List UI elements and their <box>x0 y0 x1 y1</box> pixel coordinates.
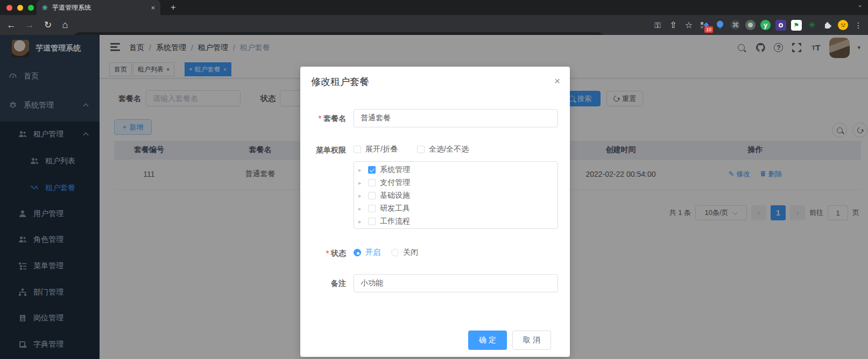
browser-tab-strip: ❋ 芋道管理系统 × + ⌄ <box>0 0 868 15</box>
share-icon[interactable]: ⇧ <box>668 20 679 31</box>
bookmark-star-icon[interactable]: ☆ <box>683 20 694 31</box>
tab-close-icon[interactable]: × <box>151 4 155 12</box>
extension-flag-icon[interactable]: ⚑ <box>791 20 802 31</box>
dialog-close-icon[interactable]: × <box>554 75 560 87</box>
select-all-checkbox[interactable]: 全选/全不选 <box>417 145 469 154</box>
window-minimize-button[interactable] <box>17 5 23 11</box>
browser-menu-icon[interactable]: ⋮ <box>853 20 864 31</box>
expand-collapse-checkbox[interactable]: 展开/折叠 <box>354 145 398 154</box>
forward-button[interactable]: → <box>23 18 37 32</box>
extensions-puzzle-icon[interactable] <box>822 20 833 31</box>
new-tab-button[interactable]: + <box>168 2 179 13</box>
browser-tab[interactable]: ❋ 芋道管理系统 × <box>37 0 160 15</box>
extension-y-icon[interactable]: y <box>760 20 771 30</box>
site-favicon: ❋ <box>42 4 48 12</box>
edit-package-dialog: 修改租户套餐 × 套餐名 菜单权限 展开/折叠 全选/全不选 ▸ 系统管理 ▸ … <box>300 67 570 357</box>
dialog-title: 修改租户套餐 <box>311 75 369 88</box>
status-radio-off[interactable]: 关闭 <box>391 248 418 257</box>
emoji-extension-icon[interactable] <box>838 20 848 30</box>
package-name-input[interactable] <box>354 109 558 127</box>
tree-node-workflow[interactable]: ▸ 工作流程 <box>354 215 558 228</box>
confirm-button[interactable]: 确 定 <box>468 331 507 350</box>
checkbox-icon[interactable] <box>354 146 361 153</box>
extension-shield-icon[interactable] <box>775 20 786 31</box>
window-close-button[interactable] <box>6 5 12 11</box>
password-key-icon[interactable]: ⚿ <box>652 20 663 31</box>
checkbox-icon[interactable] <box>368 205 376 212</box>
cancel-button[interactable]: 取 消 <box>512 331 551 350</box>
window-zoom-button[interactable] <box>28 5 34 11</box>
tree-node-payment[interactable]: ▸ 支付管理 <box>354 176 558 189</box>
status-radio-on[interactable]: 开启 <box>354 248 380 257</box>
extension-balloon-icon[interactable] <box>715 20 725 31</box>
checkbox-icon[interactable] <box>368 179 376 186</box>
extension-bar: ⚿ ⇧ ☆ 10 ⌘ y ⚑ ✳ ⋮ <box>652 15 864 35</box>
home-button[interactable]: ⌂ <box>58 18 72 32</box>
tree-node-infra[interactable]: ▸ 基础设施 <box>354 189 558 202</box>
checkbox-icon[interactable] <box>368 218 376 225</box>
tree-caret-icon[interactable]: ▸ <box>358 192 364 199</box>
checkbox-checked-icon[interactable] <box>368 166 376 174</box>
reload-button[interactable]: ↻ <box>41 18 55 32</box>
radio-icon[interactable] <box>391 249 399 256</box>
menu-permission-label: 菜单权限 <box>300 146 346 155</box>
tree-node-system[interactable]: ▸ 系统管理 <box>354 163 558 176</box>
radio-selected-icon[interactable] <box>354 249 361 256</box>
tree-caret-icon[interactable]: ▸ <box>358 180 364 186</box>
extension-tasks-icon[interactable]: 10 <box>699 20 710 31</box>
status-label: 状态 <box>300 249 346 259</box>
tab-search-chevron-icon[interactable]: ⌄ <box>857 1 863 9</box>
extension-burst-icon[interactable]: ✳ <box>807 20 817 31</box>
remark-input[interactable] <box>354 274 558 292</box>
extension-command-icon[interactable]: ⌘ <box>730 20 740 30</box>
remark-label: 备注 <box>300 279 346 289</box>
tree-caret-icon[interactable]: ▸ <box>358 205 364 212</box>
tree-caret-icon[interactable]: ▸ <box>358 218 364 225</box>
menu-tree: ▸ 系统管理 ▸ 支付管理 ▸ 基础设施 ▸ 研发工具 ▸ 工作流程 <box>354 161 558 229</box>
package-name-label: 套餐名 <box>300 114 346 124</box>
checkbox-icon[interactable] <box>368 192 376 199</box>
tree-caret-icon[interactable]: ▸ <box>358 167 364 174</box>
tree-node-devtools[interactable]: ▸ 研发工具 <box>354 202 558 215</box>
extension-dot-icon[interactable] <box>745 20 756 30</box>
browser-tab-title: 芋道管理系统 <box>52 3 147 12</box>
checkbox-icon[interactable] <box>417 146 425 153</box>
back-button[interactable]: ← <box>4 18 18 32</box>
extension-badge: 10 <box>704 26 713 33</box>
